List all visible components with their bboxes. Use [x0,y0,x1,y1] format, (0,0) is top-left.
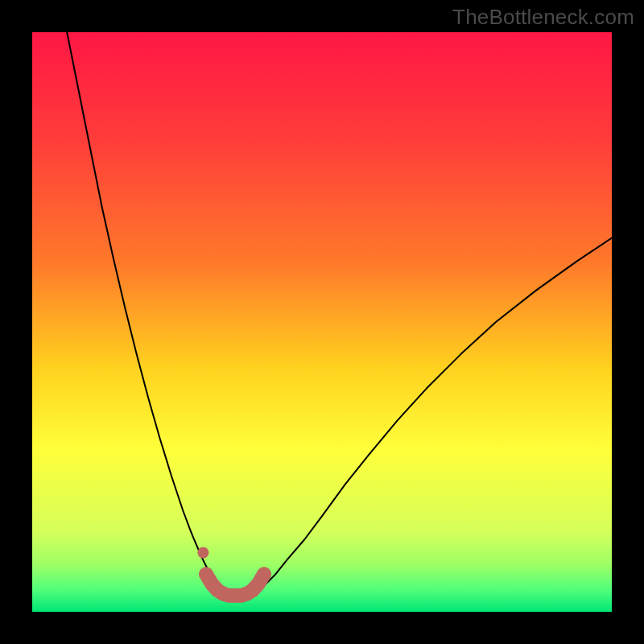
watermark-text: TheBottleneck.com [452,5,634,30]
marker-dot [197,547,208,559]
outer-frame: TheBottleneck.com [0,0,644,644]
chart-svg [32,32,612,612]
gradient-background [32,32,612,612]
chart-plot-area [32,32,612,612]
